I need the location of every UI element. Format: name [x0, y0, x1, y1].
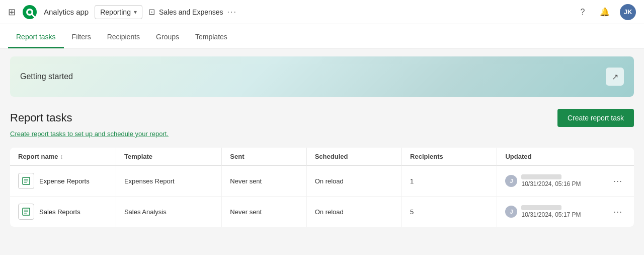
report-icon-2 [18, 204, 34, 220]
report-name-text-1: Expense Reports [39, 177, 90, 185]
user-avatar-2: J [505, 206, 517, 218]
col-header-scheduled: Scheduled [306, 148, 401, 166]
cell-recipients-1: 1 [402, 166, 497, 197]
user-avatar-1: J [505, 175, 517, 187]
sheet-selector[interactable]: ⊡ Sales and Expenses ··· [148, 7, 237, 17]
grid-icon[interactable]: ⊞ [8, 7, 16, 18]
tabbar: Report tasks Filters Recipients Groups T… [0, 24, 644, 48]
qlik-logo[interactable] [22, 4, 38, 20]
col-header-report-name[interactable]: Report name ↕ [10, 148, 116, 166]
main-content: Getting started ↗ Report tasks Create re… [0, 48, 644, 235]
updated-date-1: 10/31/2024, 05:16 PM [521, 180, 581, 187]
sheet-label: Sales and Expenses [159, 8, 223, 16]
cell-updated-2: J 10/31/2024, 05:17 PM [497, 197, 603, 227]
avatar[interactable]: JK [620, 4, 636, 20]
cell-sent-1: Never sent [222, 166, 306, 197]
cell-actions-1: ··· [603, 166, 634, 197]
reporting-dropdown[interactable]: Reporting ▾ [95, 5, 142, 19]
help-icon[interactable]: ? [576, 5, 590, 19]
tab-filters[interactable]: Filters [64, 27, 99, 48]
report-icon-1 [18, 173, 34, 189]
cell-scheduled-1: On reload [306, 166, 401, 197]
getting-started-banner: Getting started ↗ [10, 56, 634, 97]
row-actions-button-1[interactable]: ··· [611, 174, 624, 188]
tab-report-tasks[interactable]: Report tasks [8, 27, 64, 48]
table-row: Sales Reports Sales Analysis Never sent … [10, 197, 634, 227]
cell-scheduled-2: On reload [306, 197, 401, 227]
svg-point-2 [28, 10, 32, 14]
section-subtitle[interactable]: Create report tasks to set up and schedu… [10, 130, 634, 138]
cell-template-2: Sales Analysis [116, 197, 221, 227]
section-title: Report tasks [10, 111, 72, 124]
sheet-icon: ⊡ [148, 7, 155, 17]
tab-groups[interactable]: Groups [148, 27, 187, 48]
notifications-icon[interactable]: 🔔 [598, 5, 612, 19]
nav-icons: ? 🔔 JK [576, 4, 636, 20]
col-header-updated: Updated [497, 148, 603, 166]
updated-user-name-1 [521, 174, 561, 179]
col-header-sent: Sent [222, 148, 306, 166]
updated-user-name-2 [521, 205, 561, 210]
reporting-label: Reporting [100, 8, 131, 16]
col-header-recipients: Recipients [402, 148, 497, 166]
cell-template-1: Expenses Report [116, 166, 221, 197]
col-header-actions [603, 148, 634, 166]
report-tasks-table: Report name ↕ Template Sent Scheduled Re… [10, 148, 634, 227]
table-header-row: Report name ↕ Template Sent Scheduled Re… [10, 148, 634, 166]
section-header: Report tasks Create report task [10, 109, 634, 127]
updated-date-2: 10/31/2024, 05:17 PM [521, 211, 581, 218]
cell-report-name-2: Sales Reports [10, 197, 116, 227]
getting-started-title: Getting started [20, 72, 73, 81]
cell-actions-2: ··· [603, 197, 634, 227]
more-options-icon[interactable]: ··· [227, 8, 237, 17]
tab-recipients[interactable]: Recipients [99, 27, 148, 48]
cell-updated-1: J 10/31/2024, 05:16 PM [497, 166, 603, 197]
cell-report-name-1: Expense Reports [10, 166, 116, 197]
table-row: Expense Reports Expenses Report Never se… [10, 166, 634, 197]
expand-button[interactable]: ↗ [606, 68, 624, 86]
tab-templates[interactable]: Templates [187, 27, 235, 48]
navbar: ⊞ Analytics app Reporting ▾ ⊡ Sales and … [0, 0, 644, 24]
chevron-down-icon: ▾ [134, 9, 137, 16]
create-report-task-button[interactable]: Create report task [557, 109, 634, 127]
col-header-template: Template [116, 148, 221, 166]
row-actions-button-2[interactable]: ··· [611, 205, 624, 219]
report-name-text-2: Sales Reports [39, 208, 80, 216]
sort-icon: ↕ [60, 153, 63, 160]
app-name: Analytics app [44, 8, 89, 16]
cell-recipients-2: 5 [402, 197, 497, 227]
cell-sent-2: Never sent [222, 197, 306, 227]
